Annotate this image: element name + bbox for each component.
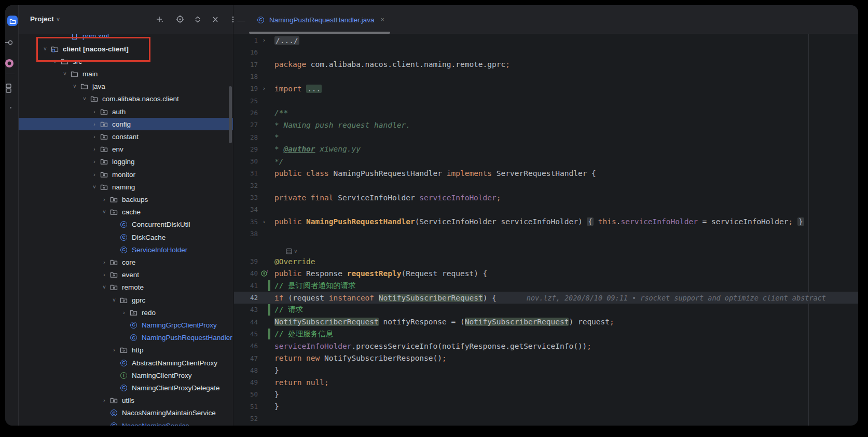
chevron-right-icon[interactable]: › bbox=[89, 159, 100, 165]
project-tool-icon[interactable] bbox=[7, 16, 18, 26]
tree-item-auth[interactable]: ›auth bbox=[19, 105, 233, 118]
commit-tool-icon[interactable] bbox=[5, 37, 15, 48]
chevron-down-icon[interactable]: ˅ bbox=[70, 84, 80, 89]
code-line-30[interactable]: 30 */ bbox=[234, 155, 858, 167]
tree-item-monitor[interactable]: ›monitor bbox=[19, 168, 233, 181]
code-line-28[interactable]: 28 * bbox=[234, 131, 858, 143]
tree-scrollbar[interactable] bbox=[229, 86, 232, 143]
tree-item-logging[interactable]: ›logging bbox=[19, 156, 233, 168]
fold-arrow-icon[interactable]: › bbox=[260, 37, 268, 43]
code-line-34[interactable]: 34 bbox=[234, 203, 858, 215]
tree-item-core[interactable]: ›core bbox=[19, 256, 233, 268]
plugin-pink-icon[interactable] bbox=[5, 58, 16, 69]
tree-item-abstractnamingclientproxy[interactable]: CAbstractNamingClientProxy bbox=[19, 357, 233, 369]
tree-item-label: NacosNamingMaintainService bbox=[122, 409, 216, 417]
code-line-18[interactable]: 18 bbox=[234, 71, 858, 83]
tree-item-nacosnamingservice[interactable]: CNacosNamingService bbox=[19, 419, 233, 426]
locate-file-icon[interactable] bbox=[174, 13, 186, 25]
more-options-icon[interactable] bbox=[227, 13, 239, 25]
tree-item-diskcache[interactable]: CDiskCache bbox=[19, 231, 233, 243]
chevron-right-icon[interactable]: › bbox=[89, 109, 100, 115]
code-line-50[interactable]: 50 } bbox=[234, 388, 858, 400]
tree-item-serviceinfoholder[interactable]: CServiceInfoHolder bbox=[19, 243, 233, 256]
code-line-42[interactable]: 42 if (request instanceof NotifySubscrib… bbox=[234, 292, 858, 304]
tree-item-env[interactable]: ›env bbox=[19, 143, 233, 156]
code-line-41[interactable]: 41 // 是订阅者通知的请求 bbox=[234, 280, 858, 292]
code-line-1[interactable]: 1›/.../ bbox=[234, 34, 858, 46]
code-line-16[interactable]: 16 bbox=[234, 46, 858, 58]
code-line-44[interactable]: 44 NotifySubscriberRequest notifyRespons… bbox=[234, 316, 858, 328]
code-line-43[interactable]: 43 // 请求 bbox=[234, 304, 858, 316]
code-line-46[interactable]: 46 serviceInfoHolder.processServiceInfo(… bbox=[234, 340, 858, 352]
code-line-49[interactable]: 49 return null; bbox=[234, 376, 858, 388]
tab-namingpushrequesthandler[interactable]: C NamingPushRequestHandler.java × bbox=[249, 5, 392, 34]
code-vision-inlay[interactable]: ˅ bbox=[234, 240, 858, 255]
tree-item-backups[interactable]: ›backups bbox=[19, 193, 233, 206]
code-line-31[interactable]: 31public class NamingPushRequestHandler … bbox=[234, 167, 858, 179]
chevron-down-icon[interactable]: ˅ bbox=[99, 209, 109, 215]
code-line-26[interactable]: 26/** bbox=[234, 107, 858, 119]
overrides-gutter-icon[interactable]: ↑ bbox=[260, 270, 268, 277]
tree-item-config[interactable]: ›config bbox=[19, 118, 233, 130]
code-editor[interactable]: 1›/.../1617package com.alibaba.nacos.cli… bbox=[234, 34, 858, 425]
inlay-settings-icon[interactable]: ˅ bbox=[286, 247, 297, 255]
tree-item-java[interactable]: ˅java bbox=[19, 80, 233, 93]
tree-item-cache[interactable]: ˅cache bbox=[19, 206, 233, 218]
tree-item-http[interactable]: ›http bbox=[19, 344, 233, 357]
code-line-27[interactable]: 27 * Naming push request handler. bbox=[234, 119, 858, 131]
chevron-down-icon[interactable]: ˅ bbox=[60, 71, 70, 77]
tree-item-utils[interactable]: ›utils bbox=[19, 394, 233, 407]
chevron-down-icon[interactable]: ˅ bbox=[109, 297, 119, 303]
code-line-52[interactable]: 52 bbox=[234, 413, 858, 425]
expand-all-icon[interactable] bbox=[191, 13, 204, 25]
tree-item-naming[interactable]: ˅naming bbox=[19, 181, 233, 193]
code-line-45[interactable]: 45 // 处理服务信息 bbox=[234, 328, 858, 340]
collapse-all-icon[interactable] bbox=[209, 13, 222, 25]
code-line-19[interactable]: 19›import ... bbox=[234, 83, 858, 94]
new-item-icon[interactable] bbox=[153, 13, 166, 25]
tree-item-nacosnamingmaintainservice[interactable]: CNacosNamingMaintainService bbox=[19, 407, 233, 419]
fold-arrow-icon[interactable]: › bbox=[260, 86, 268, 91]
chevron-right-icon[interactable]: › bbox=[109, 347, 119, 353]
tree-item-constant[interactable]: ›constant bbox=[19, 130, 233, 143]
code-line-17[interactable]: 17package com.alibaba.nacos.client.namin… bbox=[234, 59, 858, 71]
code-line-48[interactable]: 48 } bbox=[234, 364, 858, 376]
chevron-right-icon[interactable]: › bbox=[89, 146, 100, 152]
tree-item-namingclientproxydelegate[interactable]: CNamingClientProxyDelegate bbox=[19, 381, 233, 394]
chevron-right-icon[interactable]: › bbox=[99, 398, 109, 403]
chevron-right-icon[interactable]: › bbox=[99, 260, 109, 265]
code-line-51[interactable]: 51} bbox=[234, 401, 858, 413]
code-line-35[interactable]: 35› public NamingPushRequestHandler(Serv… bbox=[234, 215, 858, 227]
tree-item-naminggrpcclientproxy[interactable]: CNamingGrpcClientProxy bbox=[19, 319, 233, 331]
chevron-right-icon[interactable]: › bbox=[99, 272, 109, 278]
chevron-right-icon[interactable]: › bbox=[119, 310, 129, 316]
structure-tool-icon[interactable] bbox=[5, 83, 15, 93]
chevron-right-icon[interactable]: › bbox=[89, 172, 100, 177]
code-line-33[interactable]: 33 private final ServiceInfoHolder servi… bbox=[234, 192, 858, 203]
code-line-25[interactable]: 25 bbox=[234, 94, 858, 106]
tree-item-com-alibaba-nacos-client[interactable]: ˅com.alibaba.nacos.client bbox=[19, 93, 233, 105]
chevron-down-icon[interactable]: ˅ bbox=[99, 284, 109, 290]
chevron-down-icon[interactable]: ˅ bbox=[79, 96, 90, 102]
chevron-right-icon[interactable]: › bbox=[89, 121, 100, 127]
close-icon[interactable]: × bbox=[381, 16, 384, 23]
fold-arrow-icon[interactable]: › bbox=[260, 219, 268, 225]
code-line-32[interactable]: 32 bbox=[234, 180, 858, 192]
tree-item-concurrentdiskutil[interactable]: CConcurrentDiskUtil bbox=[19, 218, 233, 231]
project-panel-title[interactable]: Project˅ bbox=[30, 15, 60, 23]
code-line-40[interactable]: 40↑ public Response requestReply(Request… bbox=[234, 267, 858, 279]
code-line-39[interactable]: 39 @Override bbox=[234, 255, 858, 267]
tree-item-gprc[interactable]: ˅gprc bbox=[19, 294, 233, 306]
tree-item-event[interactable]: ›event bbox=[19, 269, 233, 281]
chevron-down-icon[interactable]: ˅ bbox=[89, 184, 100, 190]
tree-item-namingclientproxy[interactable]: INamingClientProxy bbox=[19, 369, 233, 381]
tree-item-redo[interactable]: ›redo bbox=[19, 306, 233, 319]
tree-item-remote[interactable]: ˅remote bbox=[19, 281, 233, 294]
chevron-right-icon[interactable]: › bbox=[89, 134, 100, 140]
chevron-right-icon[interactable]: › bbox=[99, 197, 109, 202]
tree-item-namingpushrequesthandler[interactable]: CNamingPushRequestHandler bbox=[19, 332, 233, 344]
code-line-38[interactable]: 38 bbox=[234, 228, 858, 240]
code-line-29[interactable]: 29 * @author xiweng.yy bbox=[234, 143, 858, 155]
code-line-47[interactable]: 47 return new NotifySubscriberResponse()… bbox=[234, 352, 858, 364]
tree-item-main[interactable]: ˅main bbox=[19, 67, 233, 80]
